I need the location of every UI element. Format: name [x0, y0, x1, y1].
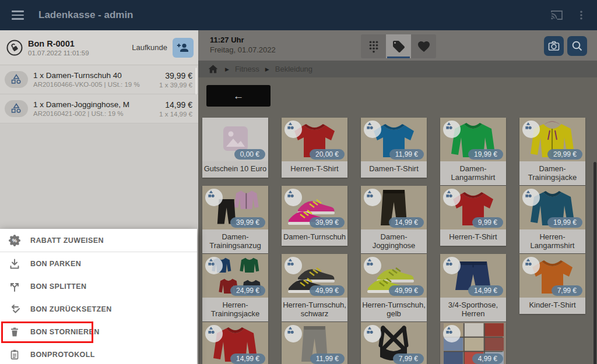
product-name: Damen-Jogginghose [361, 229, 427, 253]
breadcrumb-item[interactable]: Fitness [235, 65, 259, 73]
product-name: Herren-Langarmshirt [519, 229, 585, 253]
menu-item-label: RABATT ZUWEISEN [30, 236, 104, 245]
receipt-item[interactable]: 1 x Damen-Jogginghose, M AR20160421-002 … [0, 94, 198, 123]
menu-item[interactable]: BON STORNIEREN [0, 320, 197, 343]
variant-badge-icon [205, 189, 223, 206]
item-price: 14,99 € [159, 100, 192, 109]
view-tab-heart[interactable] [411, 34, 436, 58]
search-button[interactable] [567, 36, 587, 56]
product-name: Gutschein 10 Euro [202, 161, 268, 178]
topbar: Ladenkasse - admin [0, 0, 597, 30]
product-price: 24,99 € [230, 285, 265, 296]
menu-icon[interactable] [6, 3, 29, 27]
product-image: 7,99 € [519, 254, 585, 298]
product-image: 14,99 € [202, 322, 268, 364]
camera-button[interactable] [544, 36, 564, 56]
menu-item[interactable]: % RABATT ZUWEISEN [0, 229, 197, 252]
receipt-item-list: 1 x Damen-Turnschuh 40 AR20160466-VKO-00… [0, 65, 198, 123]
split-icon [8, 280, 21, 293]
product-price: 4,99 € [472, 354, 503, 364]
variant-shapes-icon [5, 71, 28, 88]
product-tile[interactable]: 19,99 € Damen-Langarmshirt [440, 118, 506, 185]
pos-app: Ladenkasse - admin Bon R-0001 01.07.2022… [0, 0, 597, 364]
variant-badge-icon [522, 121, 540, 138]
variant-badge-icon [285, 257, 302, 274]
product-price: 0,00 € [234, 149, 265, 160]
view-tab-tag[interactable] [386, 34, 411, 58]
menu-item-label: BON PARKEN [30, 260, 81, 268]
product-tile[interactable]: 49,99 € Herren-Turnschuh, gelb [361, 254, 427, 321]
menu-item-label: BON STORNIEREN [30, 328, 100, 336]
item-price-detail: 1 x 14,99 € [159, 111, 192, 118]
view-tab-dialpad[interactable] [361, 34, 386, 58]
product-name: Herren-T-Shirt [440, 229, 506, 246]
variant-badge-icon [205, 257, 223, 274]
grid-scrollbar[interactable] [594, 162, 596, 364]
product-tile[interactable]: 14,99 € [202, 322, 268, 364]
breadcrumb-arrow-icon: ▶ [265, 66, 269, 72]
product-tile[interactable]: 14,99 € Damen-Jogginghose [361, 186, 427, 253]
product-image: 7,99 € [361, 322, 427, 364]
clock: 11:27 Uhr Freitag, 01.07.2022 [210, 36, 276, 54]
product-image: 24,99 € [202, 254, 268, 298]
product-tile[interactable]: 11,99 € [282, 322, 347, 364]
variant-badge-icon [285, 121, 302, 138]
menu-item[interactable]: BON PARKEN [0, 252, 197, 275]
product-tile[interactable]: 14,99 € 3/4-Sporthose, Herren [440, 254, 506, 321]
overflow-menu-icon[interactable] [574, 8, 589, 23]
menu-item-label: BONPROTOKOLL [30, 351, 95, 359]
clock-time: 11:27 Uhr [210, 36, 276, 44]
product-name: 3/4-Sporthose, Herren [440, 298, 506, 321]
home-icon[interactable] [206, 63, 219, 76]
variant-badge-icon [205, 325, 223, 342]
cast-icon[interactable] [549, 8, 564, 23]
product-image: 11,99 € [282, 322, 347, 364]
breadcrumb-item[interactable]: Bekleidung [275, 65, 312, 73]
product-tile[interactable]: 11,99 € Damen-T-Shirt [361, 118, 427, 178]
product-price: 29,99 € [547, 149, 582, 160]
product-name: Herren-T-Shirt [282, 161, 347, 178]
clipboard-icon [8, 348, 21, 361]
product-tile[interactable]: 29,99 € Damen-Trainingsjacke [519, 118, 585, 185]
product-tile[interactable]: 19,99 € Herren-Langarmshirt [519, 186, 585, 253]
product-tile[interactable]: 24,99 € Herren-Trainingsjacke [202, 254, 268, 321]
product-name: Damen-T-Shirt [361, 161, 427, 178]
receipt-item[interactable]: 1 x Damen-Turnschuh 40 AR20160466-VKO-00… [0, 65, 198, 94]
product-tile[interactable]: 7,99 € Kinder-T-Shirt [519, 254, 585, 314]
product-price: 11,99 € [389, 149, 424, 160]
back-button[interactable]: ← [206, 85, 271, 107]
add-customer-button[interactable] [173, 38, 194, 58]
menu-item-label: BON SPLITTEN [30, 282, 86, 291]
variant-badge-icon [364, 189, 381, 206]
product-image: 49,99 € [361, 254, 427, 298]
product-tile[interactable]: 4,99 € [440, 322, 506, 364]
product-tile[interactable]: 9,99 € Herren-T-Shirt [440, 186, 506, 246]
menu-item[interactable]: BONPROTOKOLL [0, 343, 197, 364]
product-tile[interactable]: 20,00 € Herren-T-Shirt [282, 118, 347, 178]
product-image: 39,99 € [282, 186, 347, 229]
variant-badge-icon [285, 189, 302, 206]
product-name: Damen-Trainingsanzug [202, 229, 268, 253]
receipt-scrollbar[interactable] [195, 68, 197, 94]
product-name: Damen-Turnschuh [282, 229, 347, 246]
product-tile[interactable]: 39,99 € Damen-Trainingsanzug [202, 186, 268, 253]
product-tile[interactable]: 49,99 € Herren-Turnschuh, schwarz [282, 254, 347, 321]
discount-icon: % [8, 234, 21, 247]
menu-item[interactable]: BON SPLITTEN [0, 275, 197, 298]
product-image: 19,99 € [519, 186, 585, 229]
product-image: 19,99 € [440, 118, 506, 161]
product-image: 4,99 € [440, 322, 506, 364]
svg-text:%: % [12, 237, 17, 243]
product-image: 39,99 € [202, 186, 268, 229]
menu-item[interactable]: BON ZURÜCKSETZEN [0, 298, 197, 320]
receipt-header: Bon R-0001 01.07.2022 11:01:59 Laufkunde [0, 30, 198, 65]
product-price: 49,99 € [389, 285, 424, 296]
product-name: Damen-Trainingsjacke [519, 161, 585, 185]
product-tile[interactable]: 0,00 € Gutschein 10 Euro [202, 118, 268, 178]
variant-badge-icon [364, 257, 381, 274]
product-tile[interactable]: 39,99 € Damen-Turnschuh [282, 186, 347, 246]
customer-label: Laufkunde [132, 43, 173, 52]
product-image: 9,99 € [440, 186, 506, 229]
product-tile[interactable]: 7,99 € [361, 322, 427, 364]
item-details: AR20160421-002 | USt.: 19 % [33, 110, 129, 117]
